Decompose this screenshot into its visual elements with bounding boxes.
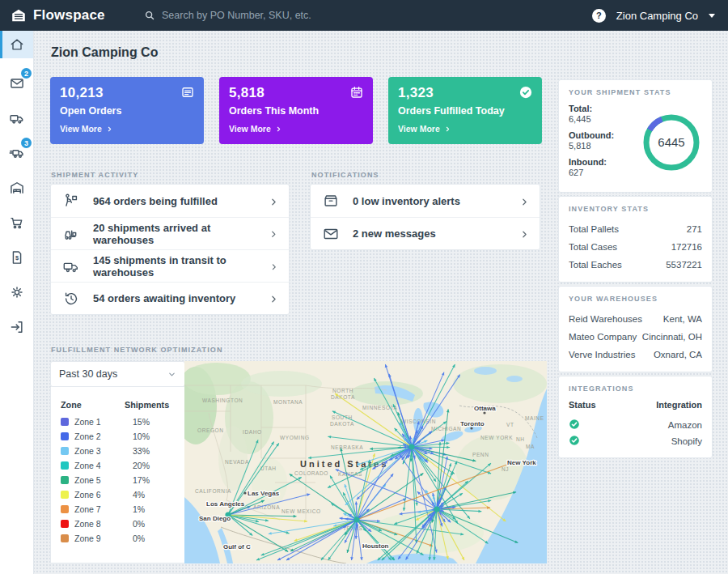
zone-row: Zone 2 10% — [61, 429, 175, 444]
inventory-stats-heading: INVENTORY STATS — [569, 205, 702, 213]
zone-row: Zone 7 1% — [61, 502, 175, 517]
svg-text:MONTANA: MONTANA — [273, 399, 303, 405]
row-text: 54 orders awaiting inventory — [93, 292, 235, 304]
map-city-label: Gulf of C — [223, 543, 251, 551]
svg-text:MA: MA — [526, 444, 535, 449]
stat-card-orders-fulfilled-today[interactable]: 1,323Orders Fulfilled TodayView More — [388, 77, 542, 144]
zone-row: Zone 3 33% — [61, 444, 175, 458]
integration-name: Amazon — [668, 420, 702, 430]
network-map[interactable]: WASHINGTONMONTANANORTHDAKOTAMINNESOTAORE… — [184, 361, 547, 563]
zone-name: Zone 3 — [74, 446, 133, 456]
sidebar-item-warehouses[interactable] — [0, 170, 33, 205]
shipment-stat: Inbound:627 — [569, 157, 614, 177]
zone-table-header: Zone Shipments — [61, 395, 175, 415]
stat-value: 10,213 — [60, 85, 194, 101]
shipment-stat: Total:6,445 — [569, 104, 614, 124]
sidebar-item-logout[interactable] — [0, 309, 33, 344]
gear-icon — [9, 284, 25, 300]
svg-text:DAKOTA: DAKOTA — [330, 421, 354, 427]
stat-card-orders-this-month[interactable]: 5,818Orders This MonthView More — [219, 77, 373, 144]
activity-row[interactable]: 145 shipments in transit to warehouses — [51, 249, 289, 282]
svg-text:MAINE: MAINE — [525, 415, 544, 421]
status-check-icon — [569, 419, 580, 430]
svg-text:MINNESOTA: MINNESOTA — [362, 405, 398, 410]
zone-shipments-pct: 20% — [133, 461, 175, 470]
brand-name: Flowspace — [33, 7, 105, 23]
main-content: Zion Camping Co 10,213Open OrdersView Mo… — [34, 31, 728, 574]
search-bar[interactable]: Search by PO Number, SKU, etc. — [144, 10, 311, 21]
sidebar-item-outbound-shipments[interactable] — [0, 100, 33, 135]
network-controls: Past 30 days Zone Shipments Zone 1 15% Z… — [50, 361, 185, 563]
date-range-select[interactable]: Past 30 days — [50, 361, 185, 387]
integrations-card: INTEGRATIONS Status Integration Amazon S… — [558, 376, 713, 458]
notification-row[interactable]: 0 low inventory alerts — [311, 185, 540, 217]
chevron-right-icon — [519, 197, 530, 207]
integrations-col-status: Status — [569, 400, 596, 417]
view-more-link[interactable]: View More — [60, 124, 194, 134]
flowspace-logo-icon — [10, 6, 28, 24]
zone-shipments-pct: 0% — [133, 534, 175, 543]
zone-shipments-pct: 1% — [133, 504, 175, 514]
help-icon[interactable]: ? — [592, 9, 606, 23]
search-placeholder: Search by PO Number, SKU, etc. — [162, 10, 311, 21]
sidebar-item-inbound-shipments[interactable]: 3 — [0, 135, 33, 170]
integration-name: Shopify — [671, 436, 702, 446]
app: Flowspace Search by PO Number, SKU, etc.… — [0, 0, 728, 574]
zone-color-swatch — [61, 491, 69, 499]
zone-shipments-pct: 0% — [133, 519, 175, 529]
sidebar-item-home[interactable] — [0, 31, 33, 58]
history-icon — [62, 290, 80, 308]
notification-row[interactable]: 2 new messages — [311, 217, 540, 249]
sidebar-item-settings[interactable] — [0, 274, 33, 309]
shipment-donut-chart: 6445 — [641, 112, 702, 176]
caret-down-icon[interactable] — [709, 14, 715, 18]
warehouse-row: Mateo CompanyCincinnati, OH — [569, 328, 702, 346]
svg-text:NJ: NJ — [502, 466, 509, 472]
svg-text:NORTH: NORTH — [332, 388, 353, 393]
svg-text:$: $ — [15, 253, 19, 261]
shipment-activity-list: 964 orders being fulfilled20 shipments a… — [50, 184, 290, 315]
view-more-link[interactable]: View More — [229, 124, 363, 134]
zone-color-swatch — [61, 447, 69, 455]
truck-icon — [62, 257, 80, 275]
zone-color-swatch — [61, 534, 69, 542]
brand[interactable]: Flowspace — [0, 6, 144, 24]
right-rail: YOUR SHIPMENT STATS Total:6,445 Outbound… — [558, 79, 713, 461]
stat-card-open-orders[interactable]: 10,213Open OrdersView More — [50, 77, 204, 144]
notifications-heading: NOTIFICATIONS — [311, 171, 379, 179]
sidebar-item-messages[interactable]: 2 — [0, 66, 33, 100]
row-text: 964 orders being fulfilled — [93, 195, 218, 207]
activity-row[interactable]: 20 shipments arrived at warehouses — [51, 217, 289, 249]
account-menu[interactable]: Zion Camping Co — [616, 10, 698, 22]
warehouses-card: YOUR WAREHOUSES Reid WarehousesKent, WA … — [558, 286, 713, 372]
zone-name: Zone 7 — [74, 504, 133, 514]
home-icon — [9, 36, 25, 53]
shipment-stats-card: YOUR SHIPMENT STATS Total:6,445 Outbound… — [558, 79, 713, 193]
activity-row[interactable]: 54 orders awaiting inventory — [51, 282, 289, 314]
svg-text:NEBRASKA: NEBRASKA — [331, 444, 363, 450]
map-city-label: San Diego — [199, 515, 231, 522]
sidebar-item-orders[interactable] — [0, 205, 33, 240]
map-city-label: Las Vegas — [248, 490, 280, 497]
status-check-icon — [569, 435, 580, 446]
notification-badge: 2 — [21, 68, 32, 79]
row-text: 20 shipments arrived at warehouses — [93, 222, 269, 246]
zone-shipments-pct: 33% — [133, 446, 175, 456]
svg-text:IDAHO: IDAHO — [243, 429, 262, 435]
svg-text:NEW YORK: NEW YORK — [480, 435, 513, 440]
zone-name: Zone 1 — [74, 417, 133, 427]
shipment-stat: Outbound:5,818 — [569, 130, 614, 151]
activity-row[interactable]: 964 orders being fulfilled — [51, 185, 289, 217]
map-city-label: Los Angeles — [206, 500, 245, 508]
svg-text:VT: VT — [506, 422, 514, 427]
bin-icon — [322, 192, 340, 210]
notifications-list: 0 low inventory alerts2 new messages — [310, 184, 540, 250]
zone-color-swatch — [61, 520, 69, 528]
search-icon — [144, 10, 155, 21]
zone-color-swatch — [61, 418, 69, 426]
map-city-label: Ottawa — [474, 405, 496, 412]
svg-text:OREGON: OREGON — [197, 427, 224, 433]
cart-icon — [9, 215, 25, 231]
view-more-link[interactable]: View More — [398, 124, 532, 134]
sidebar-item-billing[interactable]: $ — [0, 240, 33, 274]
